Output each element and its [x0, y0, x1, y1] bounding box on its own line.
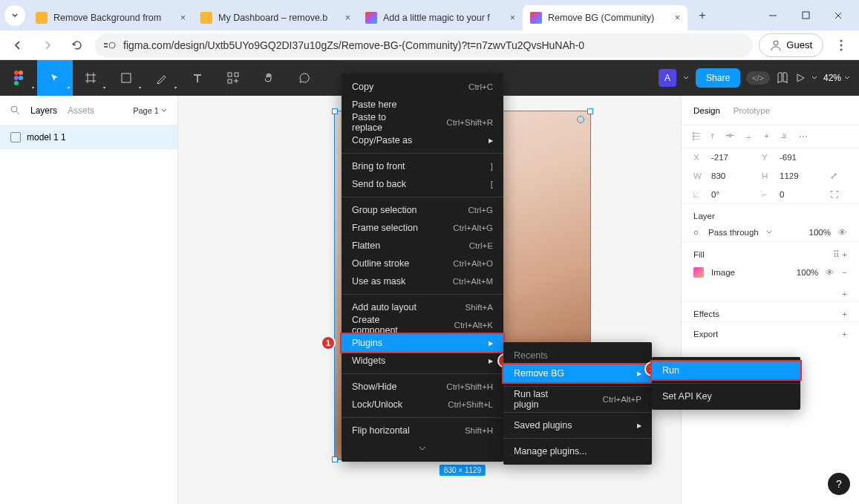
menu-more[interactable] [342, 439, 503, 457]
submenu-set-api[interactable]: Set API Key [652, 387, 800, 405]
submenu-remove-bg[interactable]: Remove BG▶ [503, 364, 652, 382]
reload-button[interactable] [65, 33, 89, 57]
close-icon[interactable]: × [345, 13, 350, 23]
menu-paste-here[interactable]: Paste here [342, 96, 503, 114]
browser-tab[interactable]: Remove Background from× [28, 5, 193, 30]
menu-paste-replace[interactable]: Paste to replaceCtrl+Shift+R [342, 114, 503, 131]
resize-handle[interactable] [587, 108, 593, 114]
browser-tab-active[interactable]: Remove BG (Community)× [523, 5, 687, 30]
layers-tab[interactable]: Layers [30, 105, 57, 116]
minimize-button[interactable] [757, 1, 789, 30]
fill-swatch[interactable] [693, 267, 704, 278]
chevron-down-icon[interactable] [811, 75, 817, 81]
url-input[interactable]: figma.com/design/Uxtb5UYo9GQ2DI37u10gZs/… [95, 33, 753, 57]
canvas[interactable]: 830 × 1129 CopyCtrl+C Paste here Paste t… [178, 96, 681, 504]
comment-tool[interactable] [287, 60, 322, 96]
add-icon[interactable]: + [842, 289, 847, 298]
y-input[interactable]: -691 [780, 153, 823, 162]
hand-tool[interactable] [251, 60, 287, 96]
back-button[interactable] [6, 33, 30, 57]
menu-group[interactable]: Group selectionCtrl+G [342, 201, 503, 219]
close-icon[interactable]: × [510, 13, 515, 23]
submenu-saved[interactable]: Saved plugins▶ [503, 416, 652, 434]
menu-plugins[interactable]: Plugins▶ 1 [342, 334, 503, 352]
menu-flatten[interactable]: FlattenCtrl+E [342, 237, 503, 255]
menu-auto-layout[interactable]: Add auto layoutShift+A [342, 298, 503, 316]
add-icon[interactable]: + [842, 250, 847, 259]
design-tab[interactable]: Design [693, 106, 720, 115]
menu-outline-stroke[interactable]: Outline strokeCtrl+Alt+O [342, 255, 503, 272]
constrain-icon[interactable]: ⤢ [830, 171, 837, 181]
resize-handle[interactable] [332, 108, 338, 114]
dev-mode-toggle[interactable]: </> [746, 71, 770, 85]
add-icon[interactable]: + [842, 330, 847, 338]
blend-mode[interactable]: Pass through [708, 228, 759, 237]
plugins-submenu: Recents Remove BG▶ Run last pluginCtrl+A… [503, 342, 652, 465]
figma-menu-button[interactable]: ▾ [0, 60, 37, 96]
menu-create-component[interactable]: Create componentCtrl+Alt+K [342, 316, 503, 334]
expand-icon[interactable]: ⛶ [830, 190, 839, 199]
browser-tab[interactable]: Add a little magic to your f× [358, 5, 523, 30]
menu-flip-h[interactable]: Flip horizontalShift+H [342, 422, 503, 439]
menu-send-back[interactable]: Send to back[ [342, 175, 503, 193]
fill-opacity[interactable]: 100% [797, 268, 818, 277]
assets-tab[interactable]: Assets [68, 105, 94, 116]
user-avatar[interactable]: A [659, 69, 676, 87]
pen-tool[interactable]: ▾ [144, 60, 180, 96]
rotation-input[interactable]: 0° [711, 190, 754, 199]
styles-icon[interactable]: ⠿ [833, 250, 840, 259]
svg-rect-1 [104, 43, 108, 45]
present-icon[interactable] [795, 73, 806, 83]
shape-tool[interactable]: ▾ [108, 60, 144, 96]
opacity-input[interactable]: 100% [809, 228, 831, 237]
menu-bring-front[interactable]: Bring to front] [342, 157, 503, 175]
eye-icon[interactable]: 👁 [826, 268, 834, 277]
profile-button[interactable]: Guest [759, 33, 823, 57]
forward-button[interactable] [36, 33, 59, 57]
close-button[interactable] [822, 1, 855, 30]
menu-frame[interactable]: Frame selectionCtrl+Alt+G [342, 219, 503, 237]
remove-icon[interactable]: − [842, 268, 847, 277]
layer-row[interactable]: model 1 1 [0, 125, 177, 149]
add-icon[interactable]: + [842, 310, 847, 318]
page-selector[interactable]: Page 1 [133, 106, 167, 115]
menu-lock-unlock[interactable]: Lock/UnlockCtrl+Shift+L [342, 396, 503, 413]
help-button[interactable]: ? [828, 473, 850, 495]
menu-widgets[interactable]: Widgets▶ 2 [342, 352, 503, 370]
prototype-tab[interactable]: Prototype [734, 106, 770, 115]
zoom-control[interactable]: 42% [823, 73, 850, 83]
submenu-run[interactable]: Run [652, 361, 800, 379]
submenu-run-last[interactable]: Run last pluginCtrl+Alt+P [503, 390, 652, 408]
menu-show-hide[interactable]: Show/HideCtrl+Shift+H [342, 378, 503, 396]
resources-tool[interactable] [215, 60, 251, 96]
resize-handle[interactable] [332, 456, 338, 462]
radius-input[interactable]: 0 [780, 190, 823, 199]
close-icon[interactable]: × [675, 13, 680, 23]
eye-icon[interactable]: 👁 [838, 228, 847, 237]
tab-search-button[interactable] [4, 5, 25, 26]
x-input[interactable]: -217 [711, 153, 754, 162]
move-tool[interactable]: ▾ [37, 60, 73, 96]
text-tool[interactable] [180, 60, 215, 96]
svg-rect-16 [228, 79, 232, 83]
alignment-controls[interactable]: ⬱⫯⬲ ⫠+⫡ ⋯ [682, 125, 859, 148]
menu-copy[interactable]: CopyCtrl+C [342, 78, 503, 96]
close-icon[interactable]: × [180, 13, 186, 23]
fill-type[interactable]: Image [711, 268, 735, 277]
person-icon [770, 39, 782, 51]
search-icon[interactable] [10, 105, 20, 115]
h-input[interactable]: 1129 [780, 171, 823, 180]
browser-tab[interactable]: My Dashboard – remove.b× [193, 5, 358, 30]
library-icon[interactable] [776, 71, 789, 85]
browser-menu-button[interactable] [829, 39, 853, 51]
submenu-manage[interactable]: Manage plugins... [503, 442, 652, 460]
menu-use-mask[interactable]: Use as maskCtrl+Alt+M [342, 272, 503, 290]
maximize-button[interactable] [789, 1, 822, 30]
new-tab-button[interactable]: + [692, 5, 713, 26]
site-info-icon[interactable] [104, 41, 116, 50]
w-input[interactable]: 830 [711, 171, 754, 180]
frame-tool[interactable]: ▾ [73, 60, 108, 96]
chevron-down-icon[interactable] [682, 74, 690, 82]
share-button[interactable]: Share [696, 68, 740, 88]
menu-copy-paste-as[interactable]: Copy/Paste as▶ [342, 131, 503, 149]
